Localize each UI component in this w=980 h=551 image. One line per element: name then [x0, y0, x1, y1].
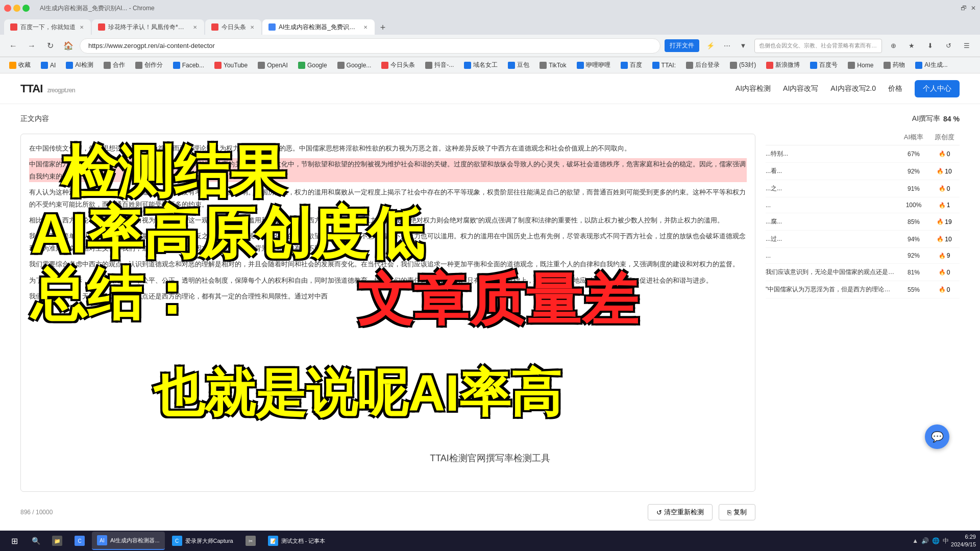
bookmark-weibo[interactable]: 新浪微博 — [763, 60, 803, 70]
restore-icon[interactable]: 🗗 — [961, 5, 967, 12]
tab-close-fenghuang[interactable]: ✕ — [192, 23, 198, 31]
tab-toutiao[interactable]: 今日头条 ✕ — [205, 19, 261, 35]
taskbar-search-button[interactable]: 🔍 — [27, 532, 45, 550]
taskbar-files[interactable]: 📁 — [47, 532, 67, 550]
bookmark-openai-icon — [258, 62, 265, 69]
bookmark-google[interactable]: Google — [295, 61, 330, 70]
taskbar-time: 6:29 2024/9/15 — [951, 533, 976, 549]
ai-score-value: 84 % — [943, 115, 960, 123]
bookmark-home[interactable]: Home — [845, 61, 876, 70]
expand-icon[interactable]: ▼ — [736, 39, 750, 53]
bookmark-drug[interactable]: 药物 — [880, 60, 908, 70]
bookmark-ai-icon — [41, 62, 48, 69]
nav-ai-detect[interactable]: AI内容检测 — [736, 84, 771, 93]
bookmark-openai[interactable]: OpenAI — [255, 61, 291, 70]
history-icon[interactable]: ↺ — [941, 39, 955, 53]
download-icon[interactable]: ⬇ — [923, 39, 937, 53]
taskbar-ai-detector[interactable]: AI AI生成内容检测器... — [92, 532, 165, 550]
bookmark-mail[interactable]: (53封) — [727, 60, 759, 70]
bookmark-ai[interactable]: AI — [38, 61, 59, 70]
bookmark-bilibili[interactable]: 咿哩咿哩 — [574, 60, 614, 70]
maximize-window-icon[interactable] — [22, 5, 30, 12]
bookmark-doubao[interactable]: 豆包 — [505, 60, 532, 70]
bookmark-google2-icon — [337, 62, 345, 69]
paragraph-7: 为了实现这一目标，我们需要建立一个公平、公正、透明的社会制度，保障每个人的权利和… — [29, 274, 747, 286]
chat-button[interactable]: 💬 — [925, 424, 949, 449]
table-row: ...腐... 85% 🔥19 — [766, 213, 960, 231]
bookmark-creation[interactable]: 创作分 — [132, 60, 166, 70]
bookmark-ai-detect[interactable]: AI检测 — [63, 60, 96, 70]
reload-button[interactable]: ↻ — [43, 39, 57, 53]
nav-price[interactable]: 价格 — [888, 84, 902, 93]
taskbar-cut-icon: ✂ — [246, 536, 256, 546]
open-file-button[interactable]: 打开文件 — [665, 39, 699, 52]
minimize-window-icon[interactable] — [13, 5, 20, 12]
copy-button[interactable]: ⎘ 复制 — [719, 504, 755, 520]
text-input-area[interactable]: 在中国传统文化中，儒家思想强调"万恶淫为首"，而西方理论则认为权力的腐败是最大的… — [20, 134, 755, 492]
nav-ai-rewrite2[interactable]: AI内容改写2.0 — [830, 84, 876, 93]
tray-network-icon[interactable]: 🌐 — [932, 537, 940, 544]
forward-button[interactable]: → — [24, 39, 39, 53]
bookmark-google2[interactable]: Google... — [334, 61, 375, 70]
bookmark-admin[interactable]: 后台登录 — [683, 60, 723, 70]
close-window-icon[interactable] — [4, 5, 11, 12]
bookmark-domain[interactable]: 域名女工 — [461, 60, 501, 70]
bookmark-douyin[interactable]: 抖音-... — [422, 60, 457, 70]
window-title: AI生成内容检测器_免费识别AI... - Chrome — [40, 4, 155, 13]
tray-lang-icon[interactable]: 中 — [943, 537, 949, 545]
taskbar-notepad[interactable]: 📝 测试文档 - 记事本 — [263, 532, 331, 550]
home-button[interactable]: 🏠 — [61, 39, 76, 53]
close-icon[interactable]: ✕ — [971, 5, 976, 12]
taskbar-captura[interactable]: C 爱录屏大师Captura — [167, 532, 238, 550]
table-row: 我们应该意识到，无论是中国儒家的观点还是西方的理论，都有其一定的合理性和局限..… — [766, 264, 960, 281]
user-center-button[interactable]: 个人中心 — [915, 80, 960, 97]
taskbar: ⊞ 🔍 📁 C AI AI生成内容检测器... C 爱录屏大师Captura ✂… — [0, 531, 980, 551]
extensions-icon[interactable]: ⚡ — [703, 39, 718, 53]
tray-expand-icon[interactable]: ▲ — [912, 537, 918, 544]
bookmark-aigenerate[interactable]: AI生成... — [912, 60, 950, 70]
table-body: ...特别... 67% 🔥0 ...看... 92% 🔥10 ...之... … — [766, 145, 960, 298]
bookmark-fb-icon — [173, 62, 180, 69]
tray-volume-icon[interactable]: 🔊 — [921, 537, 929, 544]
tab-close-ai[interactable]: ✕ — [362, 23, 369, 31]
table-row: ... 92% 🔥9 — [766, 248, 960, 264]
bookmark-tiktok-icon — [540, 62, 547, 69]
taskbar-notepad-icon: 📝 — [268, 536, 278, 546]
share-icon[interactable]: ⊕ — [886, 39, 900, 53]
settings-icon[interactable]: ☰ — [960, 39, 974, 53]
main-content: TTAI zreogpt.ren AI内容检测 AI内容改写 AI内容改写2.0… — [0, 73, 980, 531]
tab-close-toutiao[interactable]: ✕ — [249, 23, 255, 31]
bookmark-youtube[interactable]: YouTube — [211, 61, 251, 70]
bookmark-baidu-icon — [621, 62, 628, 69]
taskbar-browser[interactable]: C — [69, 532, 90, 550]
taskbar-cut[interactable]: ✂ — [240, 532, 261, 550]
bookmark-ttai[interactable]: TTAI: — [649, 61, 679, 70]
start-button[interactable]: ⊞ — [4, 532, 24, 550]
back-button[interactable]: ← — [6, 39, 20, 53]
nav-ai-rewrite[interactable]: AI内容改写 — [783, 84, 818, 93]
tab-ai-detector[interactable]: AI生成内容检测器_免费识别AI... ✕ — [262, 19, 375, 35]
bookmark-toutiao[interactable]: 今日头条 — [378, 60, 418, 70]
bookmark-favorites[interactable]: 收藏 — [6, 60, 34, 70]
tab-baidu[interactable]: 百度一下，你就知道 ✕ — [4, 19, 91, 35]
more-icon[interactable]: ⋯ — [720, 39, 734, 53]
title-bar: AI生成内容检测器_免费识别AI... - Chrome 🗗 ✕ — [0, 0, 980, 16]
bookmark-baiduhao[interactable]: 百度号 — [807, 60, 841, 70]
clear-redetect-button[interactable]: ↺ 清空重新检测 — [648, 504, 713, 520]
tab-close-baidu[interactable]: ✕ — [79, 23, 85, 31]
tab-fenghuang[interactable]: 珍花终于承认！凤凰传奇*特别... ✕ — [92, 19, 204, 35]
toolbar-icons: ⚡ ⋯ ▼ — [703, 39, 750, 53]
paragraph-6: 我们需要综合考虑中西方的观点，认识到道德观念和对恶的理解是相对的，并且会随着时间… — [29, 258, 747, 270]
address-input[interactable] — [80, 38, 660, 54]
bookmark-facebook[interactable]: Faceb... — [170, 61, 207, 70]
bookmark-icon[interactable]: ★ — [904, 39, 919, 53]
tab-bar: 百度一下，你就知道 ✕ 珍花终于承认！凤凰传奇*特别... ✕ 今日头条 ✕ A… — [0, 16, 980, 35]
col-original-header: 原创度 — [929, 133, 960, 142]
bookmark-cooperation[interactable]: 合作 — [101, 60, 128, 70]
bookmark-tiktok[interactable]: TikTok — [536, 61, 569, 70]
table-row: ...特别... 67% 🔥0 — [766, 145, 960, 163]
bookmark-domain-icon — [464, 62, 471, 69]
new-tab-button[interactable]: + — [376, 20, 390, 35]
bookmark-baidu[interactable]: 百度 — [618, 60, 645, 70]
site-nav: AI内容检测 AI内容改写 AI内容改写2.0 价格 个人中心 — [736, 80, 960, 97]
